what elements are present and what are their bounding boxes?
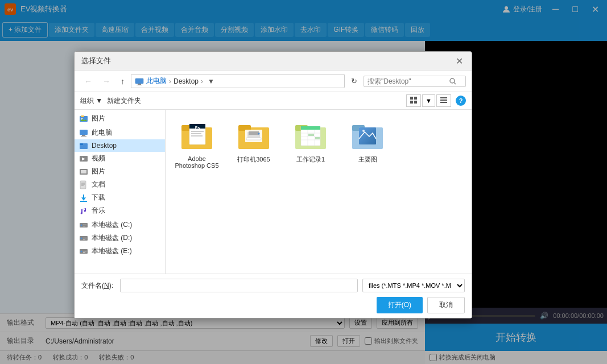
images-icon (79, 167, 88, 176)
sidebar-label-docs: 文档 (92, 180, 105, 189)
svg-rect-38 (83, 238, 86, 238)
sidebar-item-drive-e[interactable]: 本地磁盘 (E:) (75, 245, 165, 258)
file-item-main-img[interactable]: 主要图 (342, 115, 393, 172)
svg-rect-50 (191, 133, 201, 134)
sidebar-label-music: 音乐 (92, 206, 105, 216)
svg-rect-34 (83, 225, 86, 225)
view-large-icon (410, 96, 418, 104)
view-buttons: ▼ (406, 94, 451, 107)
svg-rect-22 (80, 143, 83, 145)
refresh-btn[interactable]: ↻ (347, 75, 361, 87)
main-img-folder-name: 主要图 (358, 155, 377, 164)
svg-point-74 (362, 130, 365, 132)
footer-buttons: 打开(O) 取消 (81, 297, 465, 313)
svg-point-6 (450, 78, 455, 83)
svg-rect-4 (138, 84, 141, 85)
nav-up-btn[interactable]: ↑ (117, 75, 129, 88)
sidebar-label-desktop: Desktop (92, 142, 117, 150)
new-folder-btn[interactable]: 新建文件夹 (107, 96, 141, 106)
breadcrumb-sep2: › (201, 77, 203, 85)
sidebar-item-computer[interactable]: 此电脑 (75, 126, 165, 139)
sidebar-label-computer: 此电脑 (92, 128, 112, 138)
sidebar-item-drive-d[interactable]: 本地磁盘 (D:) (75, 231, 165, 245)
cancel-btn-label: 取消 (439, 301, 453, 309)
work-folder-name: 工作记录1 (296, 155, 325, 164)
dialog-body: 图片 此电脑 Desktop (75, 110, 472, 274)
sidebar-item-drive-c[interactable]: 本地磁盘 (C:) (75, 218, 165, 231)
dialog-nav: ← → ↑ 此电脑 › Desktop › ▼ ↻ (75, 71, 472, 92)
svg-rect-56 (249, 131, 259, 135)
work-folder-icon (294, 119, 328, 153)
file-grid: Ps Adobe Photoshop CS5 (166, 110, 472, 274)
ps-folder-icon: Ps (180, 119, 214, 153)
svg-rect-49 (191, 131, 204, 132)
svg-point-41 (81, 250, 82, 252)
svg-point-58 (258, 133, 260, 134)
sidebar-item-downloads[interactable]: 下载 (75, 191, 165, 204)
sidebar-item-music[interactable]: 音乐 (75, 204, 165, 217)
sidebar-group-computer: 此电脑 Desktop 视频 图片 (75, 126, 165, 217)
sidebar-group-drives: 本地磁盘 (C:) 本地磁盘 (D:) 本地磁盘 (E:) (75, 218, 165, 258)
printer-folder-name: 打印机3065 (237, 155, 270, 164)
filename-row: 文件名(文件名(N):N): files (*.MTS *.MP4 *.MOV … (81, 279, 465, 292)
dialog-toolbar: 组织 ▼ 新建文件夹 ▼ ? (75, 92, 472, 110)
sidebar-label-video: 视频 (92, 154, 105, 163)
breadcrumb-bar: 此电脑 › Desktop › ▼ (131, 74, 345, 88)
svg-point-37 (81, 237, 82, 239)
dialog-footer: 文件名(文件名(N):N): files (*.MTS *.MP4 *.MOV … (75, 274, 472, 318)
docs-icon (79, 180, 88, 189)
breadcrumb-dropdown-icon[interactable]: ▼ (208, 77, 214, 85)
svg-text:Ps: Ps (195, 126, 200, 130)
file-item-printer[interactable]: 打印机3065 (228, 115, 279, 172)
drive-d-icon (79, 234, 88, 243)
svg-rect-62 (301, 126, 320, 130)
nav-forward-btn[interactable]: → (98, 75, 114, 88)
open-btn[interactable]: 打开(O) (377, 297, 423, 313)
file-item-work[interactable]: 工作记录1 (285, 115, 336, 172)
nav-back-btn[interactable]: ← (80, 75, 96, 88)
svg-rect-13 (440, 100, 447, 101)
sidebar-item-docs[interactable]: 文档 (75, 178, 165, 191)
svg-rect-39 (83, 239, 85, 239)
help-btn[interactable]: ? (456, 96, 466, 106)
file-item-ps[interactable]: Ps Adobe Photoshop CS5 (171, 115, 222, 172)
svg-rect-9 (414, 97, 417, 100)
dialog-overlay: 选择文件 ✕ ← → ↑ 此电脑 › Desktop › ▼ ↻ (0, 0, 607, 364)
organize-btn[interactable]: 组织 ▼ (80, 96, 102, 106)
svg-rect-19 (82, 135, 85, 136)
dialog-close-btn[interactable]: ✕ (453, 55, 465, 67)
dialog-sidebar: 图片 此电脑 Desktop (75, 110, 166, 274)
breadcrumb-desktop[interactable]: Desktop (174, 77, 199, 85)
sidebar-item-desktop[interactable]: Desktop (75, 139, 165, 152)
view-dropdown-btn[interactable]: ▼ (422, 94, 435, 107)
sidebar-label-pictures: 图片 (92, 114, 105, 123)
cancel-btn[interactable]: 取消 (427, 297, 465, 313)
filename-label: 文件名(文件名(N):N): (81, 281, 115, 291)
filename-label-text: 文件名(文件名(N):N): (81, 282, 113, 289)
desktop-folder-icon (79, 141, 88, 150)
svg-rect-42 (83, 251, 86, 251)
sidebar-item-pictures[interactable]: 图片 (75, 112, 165, 125)
svg-point-33 (81, 224, 82, 226)
view-list-btn[interactable] (436, 94, 451, 107)
computer-icon (79, 129, 88, 138)
view-list-icon (440, 96, 448, 104)
sidebar-item-images[interactable]: 图片 (75, 165, 165, 178)
main-img-folder-icon (350, 119, 385, 153)
breadcrumb-computer[interactable]: 此电脑 (146, 76, 167, 86)
sidebar-item-video[interactable]: 视频 (75, 152, 165, 165)
search-input[interactable] (367, 77, 447, 85)
svg-rect-11 (414, 101, 417, 104)
sidebar-label-images: 图片 (92, 167, 105, 176)
svg-rect-35 (83, 226, 85, 226)
svg-rect-57 (246, 138, 261, 140)
filename-input[interactable] (120, 279, 358, 292)
breadcrumb-sep1: › (169, 77, 171, 85)
svg-rect-68 (308, 134, 314, 136)
dialog-title-bar: 选择文件 ✕ (75, 52, 472, 71)
downloads-icon (79, 193, 88, 202)
filetype-select[interactable]: files (*.MTS *.MP4 *.MOV *.M (362, 279, 465, 292)
svg-rect-14 (440, 102, 447, 103)
view-large-btn[interactable] (406, 94, 421, 107)
dialog-title: 选择文件 (81, 56, 111, 66)
